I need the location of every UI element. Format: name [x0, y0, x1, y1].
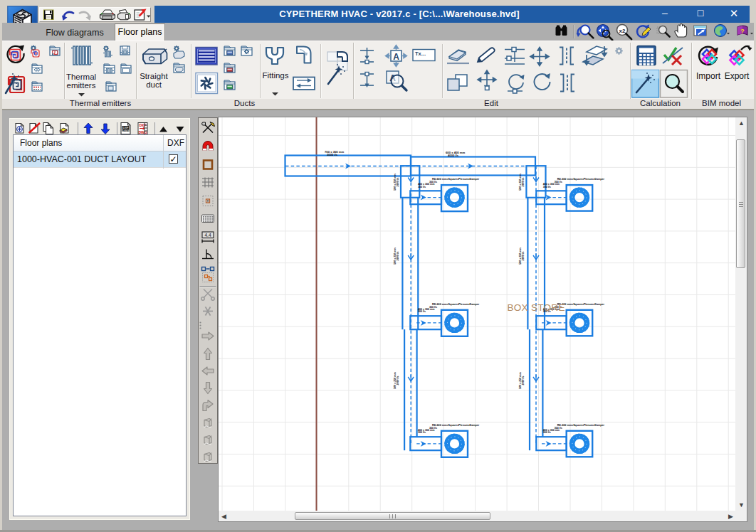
svg-text:RD-600 mm=Square=Plenum=Damper: RD-600 mm=Square=Plenum=Damper — [557, 178, 605, 181]
svg-text:300 l/s: 300 l/s — [543, 186, 551, 188]
svg-text:Straight: Straight — [140, 72, 168, 80]
svg-text:?: ? — [740, 28, 745, 35]
svg-text:3000 l/s: 3000 l/s — [327, 153, 338, 156]
svg-text:2000 l/s: 2000 l/s — [397, 178, 399, 187]
svg-text:x2: x2 — [619, 28, 626, 34]
svg-text:2000 l/s: 2000 l/s — [522, 178, 525, 187]
svg-text:Tx...: Tx... — [415, 50, 426, 57]
svg-text:duct: duct — [146, 80, 162, 89]
svg-text:2000 l/s: 2000 l/s — [522, 376, 525, 385]
svg-text:RD-600 mm=Square=Plenum=Damper: RD-600 mm=Square=Plenum=Damper — [432, 178, 480, 181]
svg-text:300 l/s: 300 l/s — [543, 431, 551, 434]
svg-text:4000 l/s: 4000 l/s — [448, 154, 459, 157]
svg-text:Import: Import — [696, 71, 721, 81]
svg-text:emitters: emitters — [67, 81, 96, 90]
svg-text:300 l/s: 300 l/s — [418, 310, 426, 313]
svg-text:2000 l/s: 2000 l/s — [522, 252, 525, 261]
svg-text:2000 l/s: 2000 l/s — [397, 252, 399, 261]
svg-text:DWG: DWG — [122, 129, 130, 132]
svg-text:RD-600 mm=Square=Plenum=Damper: RD-600 mm=Square=Plenum=Damper — [432, 424, 480, 427]
svg-text:A: A — [393, 52, 399, 62]
svg-text:RD-600 mm=Square=Plenum=Damper: RD-600 mm=Square=Plenum=Damper — [557, 424, 605, 427]
svg-text:300 l/s: 300 l/s — [418, 431, 426, 434]
svg-text:RD-600 mm=Square=Plenum=Damper: RD-600 mm=Square=Plenum=Damper — [432, 303, 480, 306]
svg-text:BOX STORE: BOX STORE — [508, 302, 565, 313]
svg-text:Export: Export — [725, 71, 750, 81]
svg-text:4.4: 4.4 — [204, 233, 211, 238]
svg-text:2000 l/s: 2000 l/s — [397, 376, 399, 385]
svg-text:Thermal: Thermal — [66, 73, 96, 81]
svg-text:Fittings: Fittings — [262, 71, 288, 80]
svg-text:300 l/s: 300 l/s — [418, 186, 426, 188]
